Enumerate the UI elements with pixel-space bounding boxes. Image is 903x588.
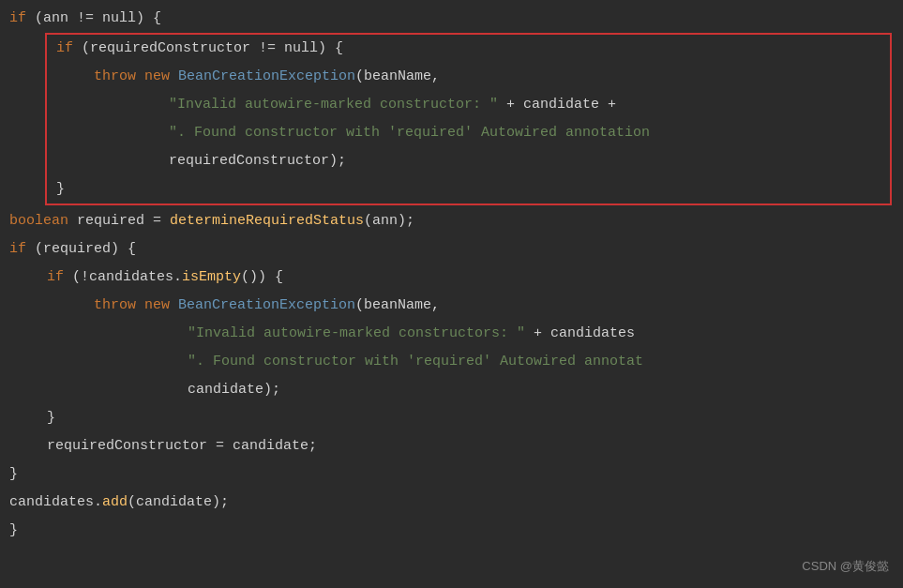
- keyword-throw: throw: [94, 292, 136, 320]
- code-line: if (required) {: [0, 235, 903, 264]
- keyword-boolean: boolean: [9, 207, 68, 235]
- code-text: (required) {: [26, 235, 136, 264]
- code-line: if (ann != null) {: [0, 5, 903, 33]
- code-text: requiredConstructor = candidate;: [47, 432, 317, 460]
- code-text: required =: [68, 207, 170, 235]
- code-text: [170, 63, 178, 91]
- keyword-if: if: [56, 35, 73, 63]
- code-line: }: [0, 460, 903, 489]
- string-literal: "Invalid autowire-marked constructor: ": [169, 91, 498, 119]
- code-text: (ann != null) {: [26, 5, 161, 33]
- keyword-throw: throw: [94, 63, 136, 91]
- code-line: boolean required = determineRequiredStat…: [0, 207, 903, 235]
- keyword-new: new: [144, 63, 170, 91]
- string-literal: "Invalid autowire-marked constructors: ": [188, 320, 525, 348]
- code-line: }: [47, 175, 890, 204]
- method-name: add: [102, 489, 128, 517]
- code-text: + candidate +: [498, 91, 616, 119]
- code-text: (beanName,: [355, 292, 440, 320]
- code-text: (ann);: [364, 207, 414, 235]
- code-text: (candidate);: [128, 489, 229, 517]
- code-text: [170, 292, 178, 320]
- method-name: determineRequiredStatus: [170, 207, 364, 235]
- code-line: requiredConstructor = candidate;: [0, 432, 903, 460]
- class-name: BeanCreationException: [178, 292, 355, 320]
- code-text: }: [56, 175, 65, 204]
- code-line: "Invalid autowire-marked constructor: " …: [47, 91, 890, 119]
- code-text: }: [9, 460, 18, 489]
- code-line: candidate);: [0, 376, 903, 404]
- code-text: [136, 63, 144, 91]
- keyword-if: if: [47, 264, 64, 292]
- keyword-new: new: [144, 292, 170, 320]
- code-container: if (ann != null) { if (requiredConstruct…: [0, 0, 903, 588]
- watermark: CSDN @黄俊懿: [802, 552, 889, 580]
- code-line: }: [0, 517, 903, 545]
- code-line: ". Found constructor with 'required' Aut…: [0, 348, 903, 376]
- keyword-if: if: [9, 235, 26, 264]
- method-name: isEmpty: [182, 264, 241, 292]
- code-line: throw new BeanCreationException (beanNam…: [0, 292, 903, 320]
- code-text: }: [9, 517, 18, 545]
- class-name: BeanCreationException: [178, 63, 355, 91]
- code-line: ". Found constructor with 'required' Aut…: [47, 119, 890, 147]
- code-text: [136, 292, 144, 320]
- code-text: requiredConstructor);: [169, 147, 346, 175]
- keyword-if: if: [9, 5, 26, 33]
- code-text: (beanName,: [355, 63, 440, 91]
- code-line: if (requiredConstructor != null) {: [47, 35, 890, 63]
- code-line: }: [0, 404, 903, 432]
- code-text: (!candidates.: [64, 264, 182, 292]
- code-text: + candidates: [525, 320, 635, 348]
- code-line: throw new BeanCreationException (beanNam…: [47, 63, 890, 91]
- code-line: if (!candidates. isEmpty ()) {: [0, 264, 903, 292]
- string-literal: ". Found constructor with 'required' Aut…: [188, 348, 643, 376]
- code-line: "Invalid autowire-marked constructors: "…: [0, 320, 903, 348]
- code-text: candidates.: [9, 489, 102, 517]
- code-line: requiredConstructor);: [47, 147, 890, 175]
- code-text: candidate);: [188, 376, 280, 404]
- code-text: (requiredConstructor != null) {: [73, 35, 343, 63]
- code-text: ()) {: [241, 264, 283, 292]
- code-line: candidates. add (candidate);: [0, 489, 903, 517]
- string-literal: ". Found constructor with 'required' Aut…: [169, 119, 650, 147]
- code-text: }: [47, 404, 55, 432]
